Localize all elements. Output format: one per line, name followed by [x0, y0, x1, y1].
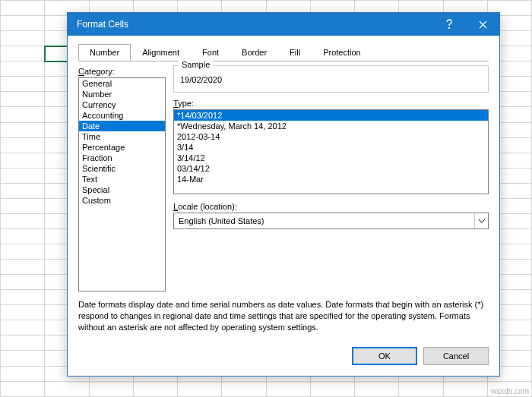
svg-point-0	[448, 27, 450, 29]
locale-combobox[interactable]: English (United States)	[173, 213, 489, 229]
dialog-titlebar: Format Cells	[68, 13, 499, 36]
category-item[interactable]: Custom	[79, 195, 165, 206]
tab-number[interactable]: Number	[78, 44, 131, 61]
type-item[interactable]: 3/14/12	[174, 153, 488, 163]
category-item[interactable]: Special	[79, 184, 165, 195]
category-item[interactable]: General	[79, 78, 165, 89]
tab-strip: NumberAlignmentFontBorderFillProtection	[78, 44, 489, 61]
sample-label: Sample	[179, 60, 213, 69]
sample-group: Sample 19/02/2020	[173, 65, 489, 93]
category-item[interactable]: Time	[79, 131, 165, 142]
category-item[interactable]: Text	[79, 174, 165, 184]
category-listbox[interactable]: GeneralNumberCurrencyAccountingDateTimeP…	[78, 77, 166, 291]
type-item[interactable]: 3/14	[174, 142, 488, 153]
tab-protection[interactable]: Protection	[312, 44, 372, 61]
tab-alignment[interactable]: Alignment	[131, 44, 191, 61]
format-cells-dialog: Format Cells NumberAlignmentFontBorderFi…	[67, 12, 500, 377]
tab-fill[interactable]: Fill	[278, 44, 312, 61]
help-button[interactable]	[432, 13, 466, 36]
cancel-button[interactable]: Cancel	[423, 347, 489, 365]
chevron-down-icon[interactable]	[474, 213, 488, 228]
sample-value: 19/02/2020	[180, 72, 482, 84]
type-label: Type:	[173, 99, 489, 108]
type-item[interactable]: *14/03/2012	[174, 110, 488, 121]
close-button[interactable]	[466, 13, 499, 36]
tab-border[interactable]: Border	[230, 44, 278, 61]
type-item[interactable]: 03/14/12	[174, 163, 488, 174]
category-item[interactable]: Accounting	[79, 110, 165, 121]
locale-label: Locale (location):	[173, 202, 489, 211]
category-item[interactable]: Fraction	[79, 153, 165, 163]
locale-value: English (United States)	[174, 216, 474, 225]
type-item[interactable]: 2012-03-14	[174, 131, 488, 142]
tab-font[interactable]: Font	[191, 44, 230, 61]
type-item[interactable]: 14-Mar	[174, 174, 488, 184]
type-listbox[interactable]: *14/03/2012*Wednesday, March 14, 2012201…	[173, 109, 489, 194]
category-label: Category:	[78, 67, 166, 76]
category-item[interactable]: Number	[79, 89, 165, 99]
dialog-button-row: OK Cancel	[68, 339, 499, 376]
type-item[interactable]: *Wednesday, March 14, 2012	[174, 121, 488, 131]
watermark: wsxdn.com	[491, 387, 529, 395]
dialog-title: Format Cells	[77, 19, 432, 30]
category-item[interactable]: Date	[79, 121, 165, 131]
ok-button[interactable]: OK	[352, 347, 417, 365]
category-item[interactable]: Percentage	[79, 142, 165, 153]
category-item[interactable]: Currency	[79, 99, 165, 110]
description-text: Date formats display date and time seria…	[78, 299, 489, 333]
category-item[interactable]: Scientific	[79, 163, 165, 174]
